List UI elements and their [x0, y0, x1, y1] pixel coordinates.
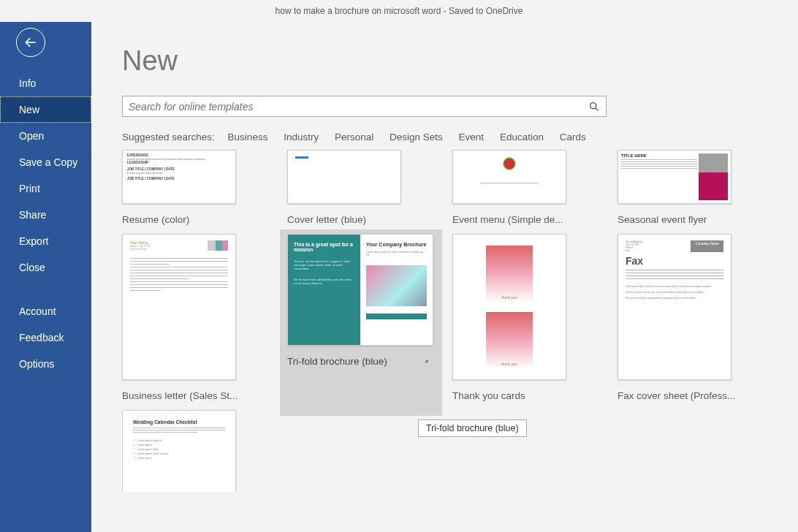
back-arrow-icon [23, 35, 38, 50]
search-input[interactable] [129, 101, 588, 113]
suggested-label: Suggested searches: [122, 132, 215, 142]
svg-point-1 [590, 102, 596, 108]
template-thumbnail [287, 150, 401, 204]
template-thumbnail [452, 150, 566, 204]
suggested-link-industry[interactable]: Industry [284, 132, 319, 142]
suggested-link-event[interactable]: Event [459, 132, 484, 142]
template-business-letter[interactable]: Your Name Address, City ST ZIP Telephone… [122, 234, 287, 410]
template-caption: Resume (color) [122, 214, 254, 225]
template-thumbnail: Street AddressCity, ST ZIPPhoneFax Compa… [618, 234, 732, 380]
sidebar-item-export[interactable]: Export [0, 228, 91, 254]
template-caption: Cover letter (blue) [287, 214, 419, 225]
search-icon[interactable] [588, 101, 600, 113]
suggested-link-personal[interactable]: Personal [335, 132, 373, 142]
template-caption: Seasonal event flyer [618, 214, 749, 225]
template-event-menu[interactable]: Event menu (Simple de... [452, 150, 618, 234]
sidebar-gap [0, 281, 91, 298]
sidebar-item-new[interactable]: New [0, 96, 91, 123]
pin-icon[interactable] [423, 358, 430, 365]
backstage-sidebar: Info New Open Save a Copy Print Share Ex… [0, 22, 91, 532]
template-thumbnail: This is a great spot for a mission You c… [287, 234, 433, 346]
template-search[interactable] [122, 96, 607, 117]
sidebar-item-share[interactable]: Share [0, 202, 91, 228]
template-thumbnail: Wedding Calendar Checklist Lorem ipsum d… [122, 410, 236, 492]
template-thank-you-cards[interactable]: Thank you cards [452, 234, 618, 410]
template-seasonal-flyer[interactable]: TITLE HERE Seasonal event flyer [618, 150, 783, 234]
template-thumbnail: TITLE HERE [618, 150, 732, 204]
fax-big-label: Fax [626, 255, 723, 267]
back-button[interactable] [16, 28, 45, 57]
template-caption-text: Tri-fold brochure (blue) [287, 356, 387, 367]
template-wedding-checklist[interactable]: Wedding Calendar Checklist Lorem ipsum d… [122, 410, 287, 492]
sidebar-item-save-a-copy[interactable]: Save a Copy [0, 149, 91, 175]
suggested-link-education[interactable]: Education [500, 132, 544, 142]
template-caption: Event menu (Simple de... [452, 214, 584, 225]
template-caption: Business letter (Sales St... [122, 390, 254, 401]
template-cover-letter-blue[interactable]: Cover letter (blue) [287, 150, 452, 234]
template-caption: Thank you cards [452, 390, 584, 401]
sidebar-item-account[interactable]: Account [0, 298, 91, 324]
page-title: New [122, 45, 798, 77]
template-caption: Fax cover sheet (Profess... [618, 390, 749, 401]
svg-line-2 [596, 107, 598, 110]
flyer-title: TITLE HERE [621, 153, 647, 158]
suggested-searches: Suggested searches: Business Industry Pe… [122, 132, 798, 142]
wedding-title: Wedding Calendar Checklist [133, 419, 197, 425]
template-thumbnail: EXPERIENCE Lorem ipsum dolor sit amet co… [122, 150, 236, 204]
main-panel: New Suggested searches: Business Industr… [91, 22, 798, 532]
template-trifold-brochure[interactable]: This is a great spot for a mission You c… [280, 229, 442, 416]
template-tooltip: Tri-fold brochure (blue) [418, 419, 527, 437]
suggested-link-design-sets[interactable]: Design Sets [390, 132, 443, 142]
brochure-spot-text: This is a great spot for a mission [294, 242, 353, 252]
sidebar-menu: Info New Open Save a Copy Print Share Ex… [0, 70, 91, 377]
template-caption: Tri-fold brochure (blue) [287, 356, 433, 367]
template-resume-color[interactable]: EXPERIENCE Lorem ipsum dolor sit amet co… [122, 150, 287, 234]
sidebar-item-close[interactable]: Close [0, 254, 91, 281]
sidebar-item-open[interactable]: Open [0, 123, 91, 149]
fax-company: Company Name [691, 240, 723, 252]
brochure-title-text: Your Company Brochure [366, 242, 427, 248]
template-fax-cover-sheet[interactable]: Street AddressCity, ST ZIPPhoneFax Compa… [618, 234, 783, 410]
template-gallery: EXPERIENCE Lorem ipsum dolor sit amet co… [122, 150, 787, 492]
sidebar-item-info[interactable]: Info [0, 70, 91, 96]
suggested-link-cards[interactable]: Cards [560, 132, 586, 142]
template-thumbnail: Your Name Address, City ST ZIP Telephone… [122, 234, 236, 380]
sidebar-item-options[interactable]: Options [0, 351, 91, 377]
template-thumbnail [452, 234, 566, 380]
title-bar: how to make a brochure on microsoft word… [0, 0, 798, 22]
sidebar-item-feedback[interactable]: Feedback [0, 324, 91, 351]
app-shell: Info New Open Save a Copy Print Share Ex… [0, 22, 798, 532]
sidebar-item-print[interactable]: Print [0, 175, 91, 202]
suggested-link-business[interactable]: Business [228, 132, 268, 142]
